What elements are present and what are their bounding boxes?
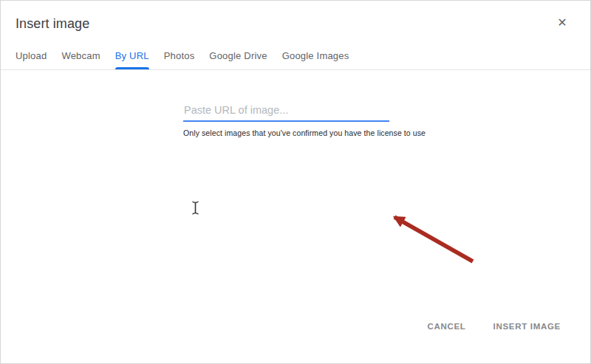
insert-image-dialog: Insert image ✕ Upload Webcam By URL Phot… [0,0,591,364]
tab-google-drive[interactable]: Google Drive [209,50,267,69]
tab-label: Webcam [61,50,100,61]
tab-webcam[interactable]: Webcam [61,50,100,69]
url-input-block: Only select images that you've confirmed… [183,102,389,138]
tab-photos[interactable]: Photos [164,50,195,69]
close-button[interactable]: ✕ [553,14,571,32]
tab-label: Google Images [282,50,349,61]
dialog-footer: CANCEL INSERT IMAGE [427,322,561,331]
insert-image-button[interactable]: INSERT IMAGE [493,322,561,331]
tab-bar: Upload Webcam By URL Photos Google Drive… [1,50,590,70]
tab-label: Photos [164,50,195,61]
dialog-title: Insert image [16,15,575,32]
license-helper-text: Only select images that you've confirmed… [183,128,389,138]
tab-label: By URL [115,50,149,61]
close-icon: ✕ [557,16,567,29]
annotation-arrow-icon [379,210,482,270]
text-cursor-icon [191,201,199,215]
image-url-input[interactable] [183,102,389,122]
cancel-button[interactable]: CANCEL [427,322,465,331]
dialog-header: Insert image ✕ [1,1,590,32]
tab-panel-by-url: Only select images that you've confirmed… [1,102,590,138]
tab-label: Upload [16,50,47,61]
tab-upload[interactable]: Upload [16,50,47,69]
tab-by-url[interactable]: By URL [115,50,149,69]
tab-google-images[interactable]: Google Images [282,50,349,69]
tab-label: Google Drive [209,50,267,61]
